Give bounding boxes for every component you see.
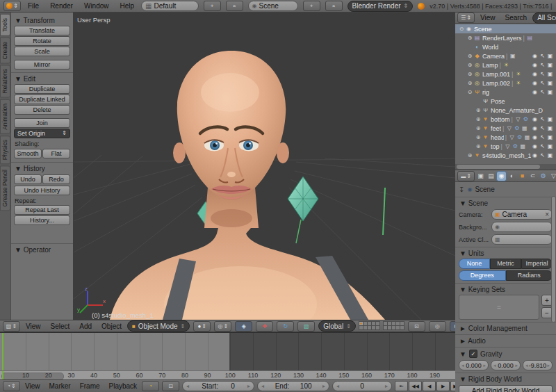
gravity-value-z[interactable]: ◂-9.810▸ (523, 360, 553, 370)
viewport-shading-selector[interactable]: ● ⇕ (193, 321, 211, 332)
properties-tab-object[interactable]: ■ (518, 172, 527, 181)
expand-toggle-icon[interactable]: ⊕ (466, 62, 473, 68)
close-layout-button[interactable]: × (226, 1, 243, 11)
scene-panel-header[interactable]: ▼ Scene (459, 199, 552, 207)
camera-toggle-icon[interactable]: ▣ (546, 134, 554, 140)
start-frame-field[interactable]: ◂ Start: 0 ▸ (182, 381, 254, 391)
expand-toggle-icon[interactable]: ⊕ (475, 116, 482, 122)
camera-toggle-icon[interactable]: ▣ (546, 71, 554, 77)
outliner-scrollbar[interactable] (455, 164, 556, 170)
expand-toggle-icon[interactable]: ⊖ (466, 89, 473, 95)
toolshelf-tab-animation[interactable]: Animation (0, 99, 10, 134)
properties-tab-scene[interactable]: ◉ (497, 172, 506, 181)
outliner-row[interactable]: ⊖Ψrig◉↖▣ (455, 88, 556, 97)
shade-flat-button[interactable]: Flat (42, 149, 70, 158)
eye-toggle-icon[interactable]: ◉ (531, 152, 539, 158)
mirror-button[interactable]: Mirror (14, 60, 70, 70)
menu-item[interactable]: Select (49, 322, 72, 330)
outliner-row[interactable]: ⊕◆Camera|▣◉↖▣ (455, 51, 556, 60)
pointer-toggle-icon[interactable]: ↖ (539, 152, 546, 158)
expand-toggle-icon[interactable]: ⊕ (466, 80, 473, 86)
outliner-row[interactable]: ⊕ΨNone_Armature_D (455, 106, 556, 115)
eye-toggle-icon[interactable]: ◉ (531, 62, 539, 68)
toolshelf-tab-create[interactable]: Create (0, 38, 10, 64)
pointer-toggle-icon[interactable]: ↖ (539, 125, 546, 131)
snap-selector[interactable]: ∪ ⇕ (450, 321, 455, 332)
outliner-editor-selector[interactable]: ☰ ⇕ (457, 13, 475, 23)
add-rigid-body-world-button[interactable]: Add Rigid Body World (459, 385, 553, 392)
transform-orientation-selector[interactable]: Global ⇕ (318, 320, 356, 332)
expand-toggle-icon[interactable]: ⊕ (475, 107, 482, 113)
pointer-toggle-icon[interactable]: ↖ (539, 53, 546, 59)
editor-type-selector[interactable]: ▧ ⇕ (3, 321, 20, 332)
timeline-scrollbar[interactable]: 1020304050607080901001101201301401501601… (0, 370, 455, 379)
color-management-panel-header[interactable]: ► Color Management (459, 325, 552, 332)
transform-button[interactable]: Scale (14, 47, 70, 56)
outliner-row[interactable]: ⊕▼s4studio_mesh_1◉↖▣ (455, 151, 556, 160)
timeline-editor-selector[interactable]: ◔ ⇕ (3, 381, 20, 391)
jump-to-start-button[interactable]: ⇤ (395, 381, 408, 391)
edit-button[interactable]: Duplicate (14, 84, 70, 94)
menu-item[interactable]: File (26, 2, 41, 10)
edit-panel-header[interactable]: ▼ Edit (15, 75, 70, 83)
playback-range-lock-button[interactable]: ◔ (142, 381, 159, 391)
gravity-value-x[interactable]: ◂0.000▸ (459, 360, 489, 370)
history-panel-header[interactable]: ▼ History (15, 165, 70, 172)
render-engine-selector[interactable]: Blender Render ⇕ (348, 1, 414, 12)
pointer-toggle-icon[interactable]: ↖ (539, 71, 546, 77)
eye-toggle-icon[interactable]: ◉ (531, 89, 539, 95)
unit-option-radians[interactable]: Radians (506, 270, 553, 281)
play-reverse-button[interactable]: ◀ (423, 381, 436, 391)
eye-toggle-icon[interactable]: ◉ (531, 116, 539, 122)
scene-selector[interactable]: ◉ Scene (248, 1, 298, 11)
play-button[interactable]: ▶ (436, 381, 450, 391)
expand-toggle-icon[interactable]: ⊕ (475, 143, 482, 149)
properties-scrollbar[interactable] (551, 196, 556, 322)
units-panel-header[interactable]: ▼ Units (459, 250, 552, 257)
pointer-toggle-icon[interactable]: ↖ (539, 116, 546, 122)
camera-toggle-icon[interactable]: ▣ (546, 125, 554, 131)
keying-sets-panel-header[interactable]: ▼ Keying Sets (459, 286, 552, 293)
layer-cell[interactable] (375, 325, 380, 330)
outliner-row[interactable]: ⊕◎Lamp.002|☀◉↖▣ (455, 79, 556, 88)
layer-cell[interactable] (359, 321, 363, 326)
outliner-row[interactable]: ⊖◉Scene (455, 24, 556, 33)
pointer-toggle-icon[interactable]: ↖ (539, 89, 546, 95)
join-button[interactable]: Join (14, 118, 70, 128)
repeat-last-button[interactable]: Repeat Last (14, 205, 70, 215)
edit-button[interactable]: Duplicate Linked (14, 95, 70, 104)
set-origin-dropdown[interactable]: Set Origin⇕ (14, 129, 70, 138)
timeline-canvas[interactable] (0, 332, 455, 370)
properties-tab-modifiers[interactable]: ⚙ (539, 172, 548, 181)
current-frame-field[interactable]: ◂ 0 ▸ (332, 381, 392, 391)
next-keyframe-button[interactable]: ▶▶ (450, 381, 455, 391)
properties-editor-selector[interactable]: ▬ ⇕ (457, 171, 475, 181)
eye-toggle-icon[interactable]: ◉ (531, 143, 539, 149)
operator-panel-header[interactable]: ▼ Operator (15, 246, 70, 254)
toolshelf-tab-physics[interactable]: Physics (0, 136, 10, 164)
camera-toggle-icon[interactable]: ▣ (546, 89, 554, 95)
toolshelf-tab-tools[interactable]: Tools (0, 14, 10, 36)
mode-selector[interactable]: ■ Object Mode ⇕ (127, 320, 190, 332)
rotate-manipulator-button[interactable]: ↻ (277, 321, 294, 332)
outliner-scope-selector[interactable]: All Scenes (532, 13, 556, 24)
camera-toggle-icon[interactable]: ▣ (546, 53, 554, 59)
lock-layers-button[interactable]: ⊡ (408, 321, 425, 332)
shade-smooth-button[interactable]: Smooth (14, 149, 42, 158)
camera-toggle-icon[interactable]: ▣ (546, 116, 554, 122)
unit-option-imperial[interactable]: Imperial (521, 259, 553, 269)
layers-grid-1[interactable] (359, 322, 380, 330)
blender-menu-button[interactable]: ⇕ (3, 1, 21, 11)
transform-button[interactable]: Translate (14, 26, 70, 35)
outliner-row[interactable]: ⊕◎Lamp|☀◉↖▣ (455, 60, 556, 70)
menu-item[interactable]: Render (48, 2, 75, 10)
expand-toggle-icon[interactable]: ⊕ (475, 125, 482, 131)
undo-history-button[interactable]: Undo History (14, 186, 70, 195)
rigid-body-world-panel-header[interactable]: ▼ Rigid Body World (459, 375, 552, 383)
transform-panel-header[interactable]: ▼ Transform (15, 17, 70, 24)
menu-item[interactable]: Object (99, 322, 124, 330)
lock-frame-button[interactable]: ⊡ (162, 381, 179, 391)
unit-option-metric[interactable]: Metric (490, 259, 521, 269)
pointer-toggle-icon[interactable]: ↖ (539, 134, 546, 140)
pivot-point-selector[interactable]: ◎ ⇕ (214, 321, 231, 332)
